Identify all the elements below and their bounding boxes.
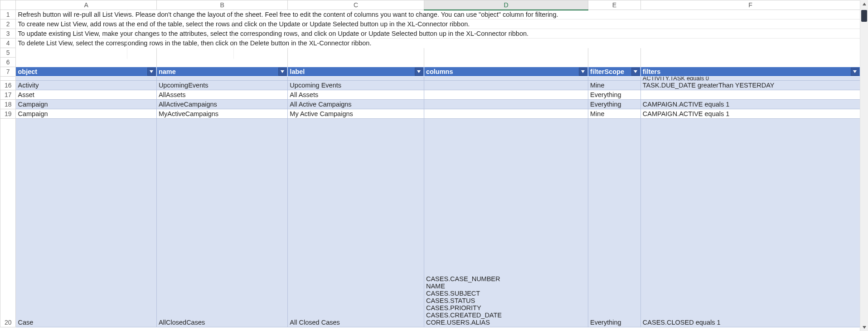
cell[interactable]: [288, 77, 424, 81]
row-header-3[interactable]: 3: [0, 29, 16, 39]
row-header-5[interactable]: 5: [0, 48, 16, 58]
row-header-17[interactable]: 17: [0, 90, 16, 100]
row-header-4[interactable]: 4: [0, 39, 16, 48]
cell-object[interactable]: Asset: [16, 90, 156, 100]
col-header-D[interactable]: D: [424, 0, 588, 10]
filter-dropdown-icon[interactable]: [147, 68, 155, 76]
cell-filters[interactable]: TASK.DUE_DATE greaterThan YESTERDAY: [640, 81, 860, 90]
cell-filterscope[interactable]: Mine: [588, 81, 641, 90]
row-header-1[interactable]: 1: [0, 10, 16, 19]
cell-label[interactable]: Upcoming Events: [288, 81, 424, 90]
cell[interactable]: [640, 58, 860, 67]
filter-dropdown-icon[interactable]: [278, 68, 286, 76]
cell-filterscope[interactable]: Everything: [588, 100, 641, 109]
cell-label[interactable]: All Assets: [288, 90, 424, 100]
cell[interactable]: [288, 48, 424, 58]
cell-filters[interactable]: [640, 90, 860, 100]
instruction-row: 2 To create new List View, add rows at t…: [0, 19, 860, 29]
scroll-thumb[interactable]: [861, 10, 867, 22]
cell-name[interactable]: MyActiveCampaigns: [156, 109, 287, 119]
cell-name[interactable]: AllActiveCampaigns: [156, 100, 287, 109]
cell-columns[interactable]: [424, 100, 588, 109]
row-header-18[interactable]: 18: [0, 100, 16, 109]
cell-filters[interactable]: CAMPAIGN.ACTIVE equals 1: [640, 109, 860, 119]
clipped-row: ACTIVITY.TASK equals 0: [0, 77, 860, 81]
worksheet-grid[interactable]: A B C D E F 1 Refresh button will re-pul…: [0, 0, 860, 327]
cell[interactable]: [588, 77, 641, 81]
header-name[interactable]: name: [156, 67, 287, 77]
cell-A4[interactable]: To delete List View, select the correspo…: [16, 39, 860, 48]
col-header-E[interactable]: E: [588, 0, 641, 10]
header-filterscope[interactable]: filterScope: [588, 67, 641, 77]
row-header-6[interactable]: 6: [0, 58, 16, 67]
grid-area[interactable]: A B C D E F 1 Refresh button will re-pul…: [0, 0, 860, 331]
header-label: object: [18, 68, 37, 75]
cell[interactable]: [16, 77, 156, 81]
header-label-col[interactable]: label: [288, 67, 424, 77]
header-columns[interactable]: columns: [424, 67, 588, 77]
cell[interactable]: [588, 48, 641, 58]
scroll-up-button[interactable]: [860, 0, 868, 8]
row-header-20[interactable]: 20: [0, 119, 16, 327]
filter-dropdown-icon[interactable]: [579, 68, 587, 76]
cell[interactable]: [424, 77, 588, 81]
cell-columns[interactable]: [424, 109, 588, 119]
cell[interactable]: [156, 48, 287, 58]
instruction-text: To create new List View, add rows at the…: [18, 20, 470, 28]
cell[interactable]: [156, 77, 287, 81]
cell[interactable]: [424, 58, 588, 67]
table-row: 17 Asset AllAssets All Assets Everything: [0, 90, 860, 100]
cell-filters[interactable]: CAMPAIGN.ACTIVE equals 1: [640, 100, 860, 109]
instruction-row: 3 To update existing List View, make you…: [0, 29, 860, 39]
cell[interactable]: [640, 48, 860, 58]
cell-clipped-filters[interactable]: ACTIVITY.TASK equals 0: [640, 77, 860, 81]
cell-name[interactable]: AllAssets: [156, 90, 287, 100]
row-header-2[interactable]: 2: [0, 19, 16, 29]
col-header-C[interactable]: C: [288, 0, 424, 10]
instruction-text: To update existing List View, make your …: [18, 30, 529, 37]
row-header-19[interactable]: 19: [0, 109, 16, 119]
cell-A3[interactable]: To update existing List View, make your …: [16, 29, 860, 39]
col-header-F[interactable]: F: [640, 0, 860, 10]
row-header-16[interactable]: 16: [0, 81, 16, 90]
scroll-down-button[interactable]: [860, 323, 868, 331]
col-header-B[interactable]: B: [156, 0, 287, 10]
cell-label[interactable]: My Active Campaigns: [288, 109, 424, 119]
cell-label[interactable]: All Closed Cases: [288, 119, 424, 327]
cell-filterscope[interactable]: Mine: [588, 109, 641, 119]
cell-object[interactable]: Campaign: [16, 109, 156, 119]
cell[interactable]: [16, 48, 156, 58]
cell-columns[interactable]: CASES.CASE_NUMBER NAME CASES.SUBJECT CAS…: [424, 119, 588, 327]
cell-filterscope[interactable]: Everything: [588, 90, 641, 100]
cell-object[interactable]: Activity: [16, 81, 156, 90]
header-object[interactable]: object: [16, 67, 156, 77]
row-header-7[interactable]: 7: [0, 67, 16, 77]
cell[interactable]: [288, 58, 424, 67]
instruction-row: 1 Refresh button will re-pull all List V…: [0, 10, 860, 19]
cell[interactable]: [156, 58, 287, 67]
cell[interactable]: [588, 58, 641, 67]
cell-label[interactable]: All Active Campaigns: [288, 100, 424, 109]
header-filters[interactable]: filters: [640, 67, 860, 77]
vertical-scrollbar[interactable]: [860, 0, 868, 331]
filter-dropdown-icon[interactable]: [415, 68, 423, 76]
cell[interactable]: [16, 58, 156, 67]
cell[interactable]: [424, 48, 588, 58]
col-header-A[interactable]: A: [16, 0, 156, 10]
cell-A2[interactable]: To create new List View, add rows at the…: [16, 19, 860, 29]
select-all-corner[interactable]: [0, 0, 16, 10]
spreadsheet-viewport: A B C D E F 1 Refresh button will re-pul…: [0, 0, 868, 331]
cell-filters[interactable]: CASES.CLOSED equals 1: [640, 119, 860, 327]
cell-columns[interactable]: [424, 81, 588, 90]
table-header-row: 7 object name label: [0, 67, 860, 77]
filter-dropdown-icon[interactable]: [851, 68, 859, 76]
cell-object[interactable]: Campaign: [16, 100, 156, 109]
cell-columns[interactable]: [424, 90, 588, 100]
cell-filterscope[interactable]: Everything: [588, 119, 641, 327]
cell-A1[interactable]: Refresh button will re-pull all List Vie…: [16, 10, 860, 19]
filter-dropdown-icon[interactable]: [631, 68, 640, 76]
cell-object[interactable]: Case: [16, 119, 156, 327]
cell-name[interactable]: UpcomingEvents: [156, 81, 287, 90]
header-label: label: [290, 68, 305, 75]
cell-name[interactable]: AllClosedCases: [156, 119, 287, 327]
